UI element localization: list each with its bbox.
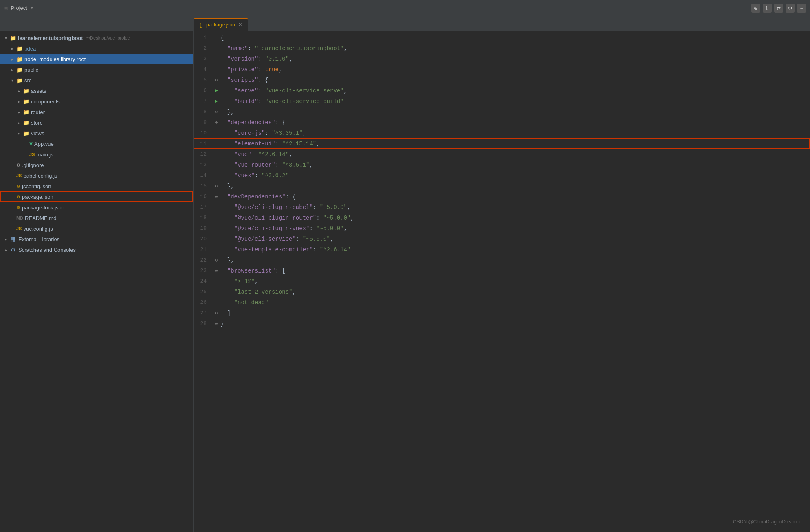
root-folder[interactable]: 📁 learnelementuispringboot ~/Desktop/vue…: [0, 33, 193, 43]
code-line-19: 19 "@vue/cli-plugin-vuex": "~5.0.0",: [194, 223, 810, 234]
sidebar-item-scratches[interactable]: ⚙ Scratches and Consoles: [0, 244, 193, 255]
babel-file-icon: JS: [16, 173, 22, 178]
router-folder-icon: 📁: [23, 109, 29, 115]
assets-folder-icon: 📁: [23, 88, 29, 94]
bar-chart-icon: ▦: [11, 236, 16, 242]
code-line-5: 5 ⊖ "scripts": {: [194, 75, 810, 86]
fold-icon-28[interactable]: ⊖: [215, 319, 218, 329]
sidebar-item-readme[interactable]: MD README.md: [0, 213, 193, 223]
sidebar-item-src[interactable]: 📁 src: [0, 75, 193, 86]
tab-bar: {} package.json ✕: [0, 16, 810, 31]
title-bar-title: Project: [11, 5, 27, 11]
watermark: CSDN @ChinaDragonDreamer: [733, 519, 801, 525]
code-line-4: 4 "private": true,: [194, 64, 810, 75]
ext-lib-chevron: [3, 237, 8, 242]
views-folder-icon: 📁: [23, 130, 29, 136]
code-line-10: 10 "core-js": "^3.35.1",: [194, 128, 810, 138]
code-line-18: 18 "@vue/cli-plugin-router": "~5.0.0",: [194, 213, 810, 223]
store-folder-icon: 📁: [23, 120, 29, 126]
readme-icon: MD: [16, 215, 23, 220]
tab-close-button[interactable]: ✕: [238, 22, 242, 27]
views-chevron: [16, 131, 21, 136]
sidebar-item-jsconfig[interactable]: ⚙ jsconfig.json: [0, 181, 193, 191]
babel-label: babel.config.js: [23, 173, 57, 179]
sidebar-item-components[interactable]: 📁 components: [0, 96, 193, 107]
components-label: components: [31, 99, 60, 105]
code-line-1: 1 {: [194, 33, 810, 43]
gitignore-label: .gitignore: [22, 162, 44, 168]
fold-icon-27[interactable]: ⊖: [215, 308, 218, 319]
code-line-24: 24 "> 1%",: [194, 276, 810, 287]
vue-config-label: vue.config.js: [23, 226, 53, 232]
code-line-21: 21 "vue-template-compiler": "^2.6.14": [194, 244, 810, 255]
readme-label: README.md: [25, 215, 56, 221]
tab-label: package.json: [206, 22, 235, 28]
sidebar-item-vue-config[interactable]: JS vue.config.js: [0, 223, 193, 234]
components-chevron: [16, 99, 21, 104]
title-bar-controls: ⊕ ⇅ ⇄ ⚙ −: [751, 4, 806, 13]
sidebar-item-router[interactable]: 📁 router: [0, 107, 193, 117]
minimize-button[interactable]: −: [797, 4, 806, 13]
public-folder-icon: 📁: [16, 67, 23, 73]
jsconfig-file-icon: ⚙: [16, 184, 20, 189]
sidebar-item-app-vue[interactable]: V App.vue: [0, 138, 193, 149]
code-line-28: 28 ⊖ }: [194, 319, 810, 329]
code-line-14: 14 "vuex": "^3.6.2": [194, 170, 810, 181]
code-line-15: 15 ⊖ },: [194, 181, 810, 191]
public-label: public: [24, 67, 38, 73]
fold-icon-15[interactable]: ⊖: [215, 181, 218, 191]
sidebar-item-assets[interactable]: 📁 assets: [0, 86, 193, 96]
code-editor[interactable]: 1 { 2 "name": "learnelementuispringboot"…: [194, 31, 810, 532]
assets-label: assets: [31, 88, 46, 94]
vue-config-icon: JS: [16, 226, 22, 231]
sidebar-item-gitignore[interactable]: ⚙ .gitignore: [0, 160, 193, 170]
add-content-button[interactable]: ⊕: [751, 4, 760, 13]
src-folder-icon: 📁: [16, 77, 23, 84]
fold-icon-22[interactable]: ⊖: [215, 255, 218, 266]
sidebar-item-external-libraries[interactable]: ▦ External Libraries: [0, 234, 193, 244]
code-line-11: 11 "element-ui": "^2.15.14",: [194, 138, 810, 149]
code-line-17: 17 "@vue/cli-plugin-babel": "~5.0.0",: [194, 202, 810, 213]
vue-file-icon: V: [29, 141, 33, 147]
code-line-22: 22 ⊖ },: [194, 255, 810, 266]
sidebar-item-package-lock[interactable]: ⚙ package-lock.json: [0, 202, 193, 213]
sidebar-item-idea[interactable]: 📁 .idea: [0, 43, 193, 54]
code-line-2: 2 "name": "learnelementuispringboot",: [194, 43, 810, 54]
sidebar-item-package-json[interactable]: ⚙ package.json: [0, 191, 193, 202]
sidebar-item-main-js[interactable]: JS main.js: [0, 149, 193, 160]
store-chevron: [16, 121, 21, 125]
external-libraries-label: External Libraries: [18, 236, 59, 242]
git-file-icon: ⚙: [16, 163, 20, 168]
code-line-7: 7 ▶ "build": "vue-cli-service build": [194, 96, 810, 107]
sort-button[interactable]: ⇅: [763, 4, 772, 13]
fold-icon-8[interactable]: ⊖: [215, 107, 218, 117]
sidebar-item-babel[interactable]: JS babel.config.js: [0, 170, 193, 181]
router-label: router: [31, 109, 45, 115]
sidebar-item-views[interactable]: 📁 views: [0, 128, 193, 138]
main-js-label: main.js: [36, 152, 53, 158]
node-modules-label: node_modules library root: [24, 56, 86, 62]
components-folder-icon: 📁: [23, 99, 29, 105]
code-line-13: 13 "vue-router": "^3.5.1",: [194, 160, 810, 170]
package-json-tab[interactable]: {} package.json ✕: [194, 18, 248, 31]
title-bar-dropdown-icon[interactable]: ▾: [31, 5, 33, 11]
fold-icon-9[interactable]: ⊖: [215, 117, 218, 128]
root-chevron: [3, 36, 8, 40]
run-icon-6[interactable]: ▶: [215, 86, 218, 96]
root-label: learnelementuispringboot: [18, 35, 83, 41]
sidebar-item-node-modules[interactable]: 📁 node_modules library root: [0, 54, 193, 64]
run-icon-7[interactable]: ▶: [215, 96, 218, 107]
fold-icon-5[interactable]: ⊖: [215, 75, 218, 86]
settings-button[interactable]: ⚙: [786, 4, 795, 13]
views-label: views: [31, 130, 44, 136]
root-path: ~/Desktop/vue_projec: [86, 35, 130, 40]
idea-chevron: [10, 46, 15, 51]
code-line-9: 9 ⊖ "dependencies": {: [194, 117, 810, 128]
sidebar-item-store[interactable]: 📁 store: [0, 117, 193, 128]
main-area: 📁 learnelementuispringboot ~/Desktop/vue…: [0, 31, 810, 532]
scratches-chevron: [3, 248, 8, 252]
fold-icon-16[interactable]: ⊖: [215, 191, 218, 202]
fold-icon-23[interactable]: ⊖: [215, 266, 218, 276]
filter-button[interactable]: ⇄: [774, 4, 783, 13]
sidebar-item-public[interactable]: 📁 public: [0, 64, 193, 75]
